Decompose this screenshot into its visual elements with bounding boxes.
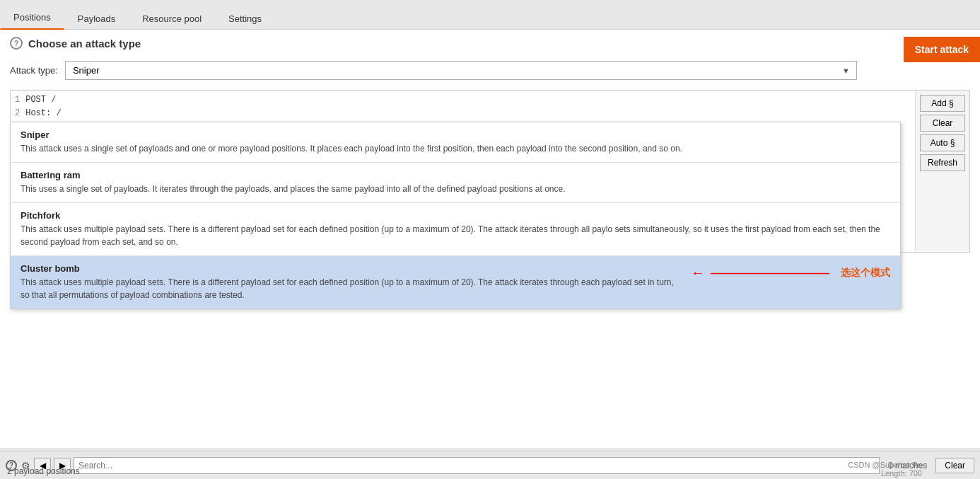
dropdown-item-sniper[interactable]: Sniper This attack uses a single set of … (11, 122, 900, 163)
dropdown-item-battering-ram[interactable]: Battering ram This uses a single set of … (11, 163, 900, 203)
pitchfork-title: Pitchfork (21, 210, 890, 221)
attack-type-help-icon[interactable]: ? (10, 37, 23, 50)
tab-positions[interactable]: Positions (0, 6, 64, 30)
auto-section-button[interactable]: Auto § (920, 134, 965, 151)
refresh-button[interactable]: Refresh (920, 154, 965, 171)
cluster-bomb-title: Cluster bomb (21, 263, 679, 274)
tab-resource-pool[interactable]: Resource pool (129, 7, 215, 30)
tab-payloads[interactable]: Payloads (64, 7, 129, 30)
search-input[interactable] (74, 457, 880, 474)
battering-ram-desc: This uses a single set of payloads. It i… (21, 183, 890, 195)
status-left: 2 payload positions (0, 464, 87, 479)
line-1: 1POST / (15, 93, 911, 107)
editor-buttons: Add § Clear Auto § Refresh (915, 91, 969, 252)
attack-type-label: Attack type: (10, 65, 58, 76)
bottom-bar: ? ⚙ ◀ ▶ 0 matches Clear (0, 451, 980, 479)
attack-type-row: Attack type: Sniper Battering ram Pitchf… (0, 57, 980, 87)
attack-type-section-header: ? Choose an attack type (0, 30, 980, 57)
add-section-button[interactable]: Add § (920, 95, 965, 112)
battering-ram-title: Battering ram (21, 170, 890, 180)
cluster-bomb-desc: This attack uses multiple payload sets. … (21, 276, 679, 301)
main-content: Start attack ? Choose an attack type Att… (0, 30, 980, 479)
status-right: CSDN @SuperherRo Length: 700 (846, 459, 923, 479)
start-attack-button[interactable]: Start attack (904, 37, 980, 62)
pitchfork-desc: This attack uses multiple payload sets. … (21, 223, 890, 248)
clear-section-button[interactable]: Clear (920, 115, 965, 132)
sniper-title: Sniper (21, 129, 890, 140)
arrow-icon: ← (691, 265, 705, 281)
dropdown-item-cluster-bomb[interactable]: Cluster bomb This attack uses multiple p… (11, 256, 900, 308)
arrow-line: ———————————— (711, 267, 829, 279)
attack-type-title: Choose an attack type (28, 37, 141, 50)
attack-type-select[interactable]: Sniper Battering ram Pitchfork Cluster b… (65, 61, 857, 80)
clear-search-button[interactable]: Clear (935, 458, 974, 473)
attack-type-select-wrapper[interactable]: Sniper Battering ram Pitchfork Cluster b… (65, 61, 857, 80)
line-2: 2Host: / (15, 107, 911, 120)
chinese-annotation: 选这个模式 (841, 267, 890, 279)
attack-type-dropdown: Sniper This attack uses a single set of … (10, 122, 901, 309)
dropdown-item-pitchfork[interactable]: Pitchfork This attack uses multiple payl… (11, 203, 900, 256)
tab-settings[interactable]: Settings (215, 7, 275, 30)
sniper-desc: This attack uses a single set of payload… (21, 142, 890, 155)
tab-bar: Positions Payloads Resource pool Setting… (0, 0, 980, 30)
